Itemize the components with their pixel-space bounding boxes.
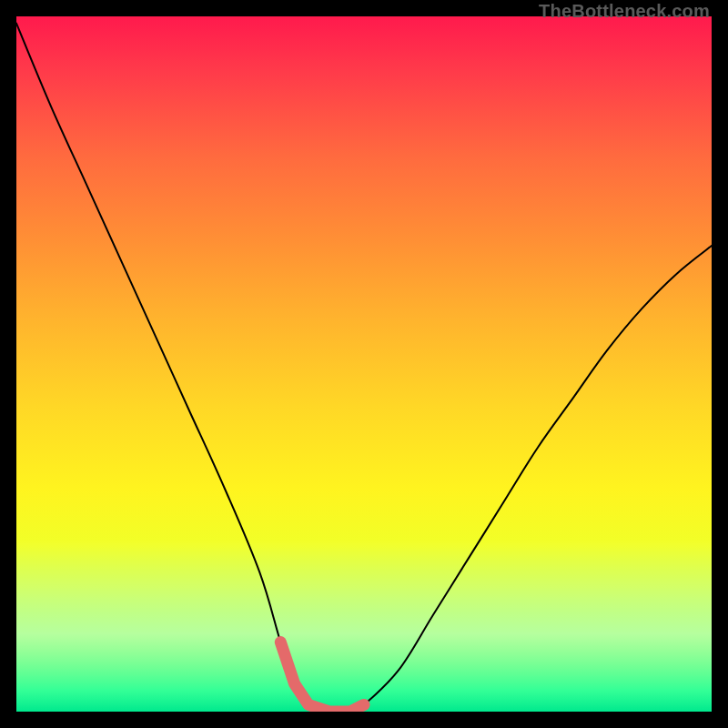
plot-area: [16, 16, 712, 712]
watermark-text: TheBottleneck.com: [539, 1, 710, 22]
bottleneck-curve: [16, 24, 712, 712]
optimal-range-highlight: [280, 642, 364, 712]
chart-frame: TheBottleneck.com: [0, 0, 728, 728]
chart-svg: [16, 16, 712, 712]
